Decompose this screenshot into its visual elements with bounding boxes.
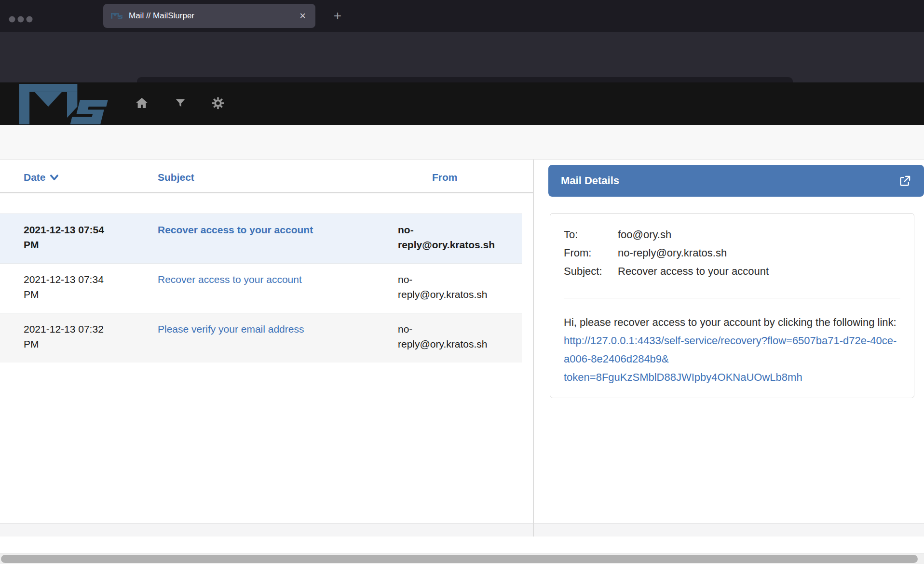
column-header-from-label: From — [432, 172, 458, 183]
from-value: no-reply@ory.kratos.sh — [618, 244, 900, 262]
home-icon[interactable] — [135, 96, 149, 110]
filter-icon[interactable] — [175, 96, 186, 110]
mailslurper-logo-icon — [14, 84, 108, 124]
table-row[interactable]: 2021-12-13 07:54 PM Recover access to yo… — [0, 214, 522, 263]
browser-navbar: 127.0.0.1:4436/# 90% — [0, 32, 924, 82]
sort-chevron-down-icon — [50, 175, 58, 181]
gear-icon[interactable] — [211, 96, 225, 110]
row-subject-link[interactable]: Please verify your email address — [158, 322, 384, 336]
row-from: no-reply@ory.kratos.sh — [398, 222, 501, 252]
table-row[interactable]: 2021-12-13 07:32 PM Please verify your e… — [0, 313, 522, 363]
recovery-link[interactable]: http://127.0.0.1:4433/self-service/recov… — [564, 335, 897, 383]
external-link-icon[interactable] — [898, 175, 911, 188]
new-tab-button[interactable]: + — [327, 4, 348, 28]
browser-tab-bar: Mail // MailSlurper × + — [0, 0, 924, 32]
horizontal-scrollbar[interactable] — [0, 553, 924, 564]
row-date: 2021-12-13 07:34 PM — [24, 272, 113, 302]
mail-details-title: Mail Details — [561, 175, 898, 187]
browser-tab[interactable]: Mail // MailSlurper × — [103, 4, 315, 28]
app-window: Mail // MailSlurper × + — [0, 0, 924, 564]
mail-body-text: Hi, please recover access to your accoun… — [564, 316, 897, 328]
ms-favicon-icon — [111, 13, 122, 19]
detail-to-line: To: foo@ory.sh — [564, 226, 900, 244]
row-from: no-reply@ory.kratos.sh — [398, 272, 501, 302]
row-date: 2021-12-13 07:32 PM — [24, 322, 113, 351]
mailslurper-header — [0, 82, 924, 125]
header-divider — [0, 192, 533, 193]
window-controls-icon[interactable] — [9, 16, 38, 23]
details-separator — [564, 298, 900, 298]
row-date: 2021-12-13 07:54 PM — [24, 222, 113, 252]
column-header-subject-label: Subject — [158, 172, 194, 183]
row-subject-link[interactable]: Recover access to your account — [158, 272, 384, 287]
subject-label: Subject: — [564, 262, 618, 281]
mail-details-card: To: foo@ory.sh From: no-reply@ory.kratos… — [550, 213, 914, 398]
row-subject-link[interactable]: Recover access to your account — [158, 222, 384, 237]
bottom-strip — [0, 537, 924, 553]
detail-subject-line: Subject: Recover access to your account — [564, 262, 900, 281]
mail-body: Hi, please recover access to your accoun… — [564, 313, 902, 387]
mail-details-panel: Mail Details To: foo@ory.sh From: no-rep… — [534, 160, 924, 524]
app-toolbar: Refresh Search i — [0, 125, 924, 160]
scrollbar-thumb[interactable] — [1, 555, 918, 563]
table-row[interactable]: 2021-12-13 07:34 PM Recover access to yo… — [0, 263, 522, 313]
to-value: foo@ory.sh — [618, 226, 900, 244]
mail-details-header: Mail Details — [548, 165, 924, 197]
mail-list-panel: Date Subject From 2021-12-13 07:54 PM Re… — [0, 160, 533, 524]
column-header-date[interactable]: Date — [24, 172, 58, 183]
subject-value: Recover access to your account — [618, 262, 900, 281]
detail-from-line: From: no-reply@ory.kratos.sh — [564, 244, 900, 262]
to-label: To: — [564, 226, 618, 244]
from-label: From: — [564, 244, 618, 262]
column-header-from[interactable]: From — [432, 172, 458, 183]
row-from: no-reply@ory.kratos.sh — [398, 322, 501, 351]
column-header-date-label: Date — [24, 172, 46, 183]
tab-title: Mail // MailSlurper — [129, 11, 298, 21]
tab-close-icon[interactable]: × — [298, 11, 308, 21]
column-header-subject[interactable]: Subject — [158, 172, 194, 183]
mail-list-rows: 2021-12-13 07:54 PM Recover access to yo… — [0, 214, 522, 363]
